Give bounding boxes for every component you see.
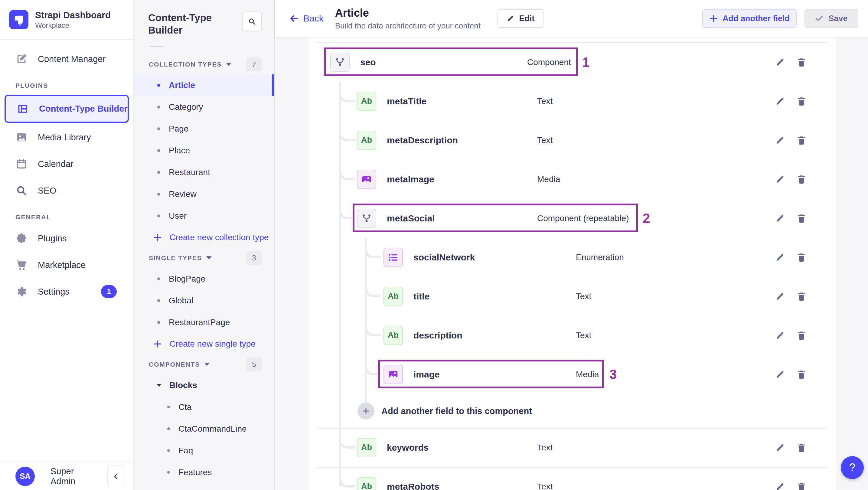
pencil-icon (775, 96, 785, 106)
delete-field-button[interactable] (792, 438, 811, 457)
annotation-number-2: 2 (643, 211, 650, 226)
field-type: Media (537, 175, 560, 184)
field-row-socialnetwork: socialNetwork Enumeration (309, 238, 836, 277)
chevron-down-icon (226, 63, 231, 66)
sidebar-item-label: Calendar (38, 159, 73, 169)
field-row-metarobots: Ab metaRobots Text (309, 467, 836, 490)
sidebar-item-content-type-builder[interactable]: Content-Type Builder (4, 95, 129, 123)
collection-type-review[interactable]: Review (134, 183, 274, 205)
collapse-sidebar-button[interactable] (107, 465, 124, 487)
delete-field-button[interactable] (792, 209, 811, 228)
edit-field-button[interactable] (770, 209, 790, 228)
field-type: Component (527, 58, 571, 67)
user-name: Super Admin (43, 466, 99, 486)
create-single-type-link[interactable]: Create new single type (134, 333, 274, 355)
field-name: metaRobots (387, 482, 439, 490)
field-type: Media (576, 370, 599, 379)
plus-icon (153, 339, 162, 348)
collection-type-category[interactable]: Category (134, 96, 274, 118)
collection-type-page[interactable]: Page (134, 118, 274, 140)
annotation-number-1: 1 (582, 55, 589, 70)
component-cta[interactable]: Cta (134, 396, 274, 418)
text-field-icon: Ab (357, 131, 376, 150)
bullet-icon (157, 193, 160, 196)
edit-field-button[interactable] (770, 248, 790, 267)
edit-field-button[interactable] (770, 92, 790, 111)
field-type: Text (537, 96, 553, 106)
collection-type-restaurant[interactable]: Restaurant (134, 161, 274, 183)
edit-field-button[interactable] (770, 53, 790, 72)
collection-types-header[interactable]: COLLECTION TYPES 7 (134, 55, 274, 74)
components-header[interactable]: COMPONENTS 5 (134, 355, 274, 374)
sidebar-item-media-library[interactable]: Media Library (0, 124, 133, 151)
avatar[interactable]: SA (16, 467, 35, 486)
add-field-to-component-button[interactable] (358, 403, 374, 420)
sidebar-item-seo[interactable]: SEO (0, 177, 133, 204)
single-types-header[interactable]: SINGLE TYPES 3 (134, 248, 274, 268)
save-button[interactable]: Save (805, 9, 858, 28)
collection-type-article[interactable]: Article (134, 74, 274, 96)
page-subtitle: Build the data architecture of your cont… (335, 21, 480, 31)
edit-field-button[interactable] (770, 438, 790, 457)
delete-field-button[interactable] (792, 92, 811, 111)
create-collection-type-link[interactable]: Create new collection type (134, 227, 274, 248)
edit-button[interactable]: Edit (497, 9, 544, 28)
sidebar-item-settings[interactable]: Settings 1 (0, 278, 133, 305)
component-ctacommandline[interactable]: CtaCommandLine (134, 418, 274, 440)
add-field-to-component-label[interactable]: Add another field to this component (381, 406, 532, 416)
trash-icon (796, 135, 807, 146)
component-field-icon (330, 53, 350, 72)
field-row-image: image Media 3 (309, 355, 836, 394)
delete-field-button[interactable] (792, 326, 811, 345)
single-type-global[interactable]: Global (134, 290, 274, 311)
bullet-icon (157, 171, 160, 174)
puzzle-icon (16, 232, 28, 244)
edit-field-button[interactable] (770, 287, 790, 306)
bullet-icon (157, 277, 160, 280)
text-field-icon: Ab (357, 92, 376, 111)
help-button[interactable]: ? (841, 456, 864, 479)
edit-field-button[interactable] (770, 477, 790, 490)
field-type: Text (537, 443, 553, 453)
text-field-icon: Ab (357, 477, 376, 490)
collection-type-place[interactable]: Place (134, 140, 274, 161)
chevron-left-icon (112, 472, 120, 480)
component-features[interactable]: Features (134, 462, 274, 483)
delete-field-button[interactable] (792, 477, 811, 490)
delete-field-button[interactable] (792, 365, 811, 384)
edit-field-button[interactable] (770, 365, 790, 384)
trash-icon (796, 369, 807, 379)
single-type-restaurantpage[interactable]: RestaurantPage (134, 311, 274, 333)
edit-field-button[interactable] (770, 326, 790, 345)
edit-field-button[interactable] (770, 131, 790, 150)
add-another-field-button[interactable]: Add another field (702, 9, 797, 28)
pencil-icon (775, 213, 785, 223)
edit-field-button[interactable] (770, 170, 790, 189)
delete-field-button[interactable] (792, 248, 811, 267)
single-type-blogpage[interactable]: BlogPage (134, 268, 274, 290)
sidebar-item-marketplace[interactable]: Marketplace (0, 252, 133, 278)
trash-icon (796, 330, 807, 341)
field-type: Enumeration (576, 252, 624, 262)
divider (317, 37, 828, 43)
delete-field-button[interactable] (792, 170, 811, 189)
bullet-icon (157, 127, 160, 130)
delete-field-button[interactable] (792, 131, 811, 150)
media-field-icon (383, 365, 403, 384)
sidebar-item-plugins[interactable]: Plugins (0, 225, 133, 252)
delete-field-button[interactable] (792, 53, 811, 72)
sidebar-item-calendar[interactable]: Calendar (0, 151, 133, 177)
component-group-blocks[interactable]: Blocks (134, 374, 274, 396)
pencil-icon (775, 174, 785, 184)
sidebar-item-content-manager[interactable]: Content Manager (0, 46, 133, 72)
component-faq[interactable]: Faq (134, 440, 274, 462)
back-link[interactable]: Back (289, 13, 323, 24)
collection-type-user[interactable]: User (134, 205, 274, 227)
search-button[interactable] (242, 11, 262, 31)
delete-field-button[interactable] (792, 287, 811, 306)
strapi-dashboard: Strapi Dashboard Workplace Content Manag… (0, 0, 868, 490)
add-field-to-component-row: Add another field to this component (309, 394, 836, 428)
chevron-down-icon (206, 256, 212, 259)
collection-types-count: 7 (246, 58, 262, 71)
gear-icon (16, 285, 28, 298)
